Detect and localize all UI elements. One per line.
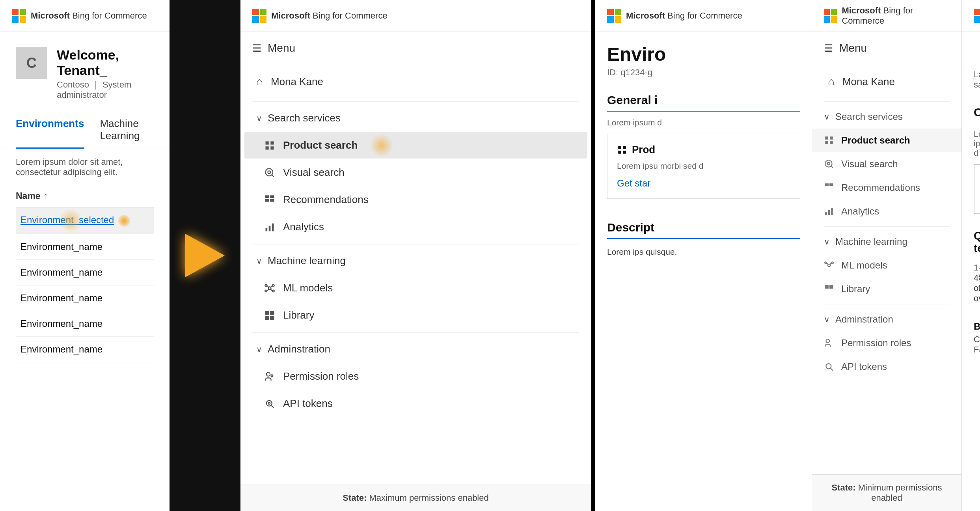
divider [252,244,579,244]
svg-rect-47 [831,208,833,215]
environments-table: Name ↑ Environment_selected Environment_… [0,185,170,362]
ms-logo-4: Microsoft Bing for Commerce [824,6,950,26]
analytics-icon-2 [824,206,834,216]
menu-header[interactable]: ☰ Menu [240,32,591,65]
visual-search-label: Visual search [283,166,345,179]
sidebar-item-visual-search[interactable]: Visual search [812,152,961,176]
ms-logo-green [20,9,26,15]
svg-rect-43 [825,183,829,186]
sidebar-permission: Permission roles [841,338,911,349]
ms-grid-icon-3 [607,9,621,23]
ml-section: ∨ Machine learning ML models Library [240,248,591,329]
menu-item-recommendations[interactable]: Recommendations [244,186,587,213]
tab-machine-learning[interactable]: Machine Learning [100,112,154,149]
hamburger-icon-2[interactable]: ☰ [824,42,833,54]
ms-logo-red [12,9,19,15]
hamburger-icon[interactable]: ☰ [252,42,261,54]
sidebar-ml-header[interactable]: ∨ Machine learning [812,230,961,254]
app-header-4: Microsoft Bing for Commerce [812,0,961,32]
status-bar-4: State: Minimum permissions enabled [812,474,961,511]
sidebar-item-analytics[interactable]: Analytics [812,200,961,223]
env-detail-header: Enviro ID: q1234-g [595,32,812,86]
table-row[interactable]: Environment_name [16,260,154,285]
tab-environments[interactable]: Environments [16,112,84,149]
menu-item-permission-roles[interactable]: Permission roles [244,363,587,390]
query-section: Query teste 1-48 of ov [962,222,980,317]
chevron-down-icon: ∨ [256,114,262,123]
svg-point-29 [266,400,272,406]
table-row[interactable]: Environment_selected [16,207,154,234]
svg-line-51 [827,263,828,265]
svg-line-52 [830,263,831,265]
svg-point-56 [826,364,831,369]
menu-item-ml-models[interactable]: ML models [244,275,587,301]
svg-rect-25 [265,316,269,320]
svg-point-4 [266,168,273,176]
get-started-link[interactable]: Get star [617,178,790,189]
brand-section: Brand Contoso Fabrikan [962,317,980,359]
menu-item-product-search[interactable]: Product search [244,132,587,159]
sidebar-item-library[interactable]: Library [812,277,961,301]
chevron-down-icon-2: ∨ [256,256,262,266]
arrow-icon [185,234,225,277]
app-header-5 [962,0,980,32]
sidebar-admin-header[interactable]: ∨ Adminstration [812,308,961,331]
ms-logo-1: Microsoft Bing for Commerce [12,9,147,23]
svg-rect-45 [825,212,827,215]
svg-rect-26 [270,316,274,320]
table-row[interactable]: Environment_name [16,285,154,311]
sidebar-menu-header[interactable]: ☰ Menu [812,32,961,65]
visual-search-icon [264,167,275,178]
svg-rect-35 [623,151,626,154]
menu-item-library[interactable]: Library [244,302,587,328]
right-sidebar-panel: Microsoft Bing for Commerce ☰ Menu ⌂ Mon… [812,0,962,511]
main-tabs: Environments Machine Learning [0,112,170,149]
general-info-section: General i Lorem ipsum d Prod Lorem ipsu … [595,86,812,213]
library-icon [264,310,275,321]
sidebar-item-ml-models[interactable]: ML models [812,254,961,277]
menu-item-visual-search[interactable]: Visual search [244,159,587,186]
sidebar-analytics: Analytics [841,206,879,217]
admin-header[interactable]: ∨ Adminstration [240,336,591,362]
sidebar-item-recommendations[interactable]: Recommendations [812,176,961,200]
admin-section: ∨ Adminstration Permission roles API tok… [240,336,591,418]
product-search-card: Prod Lorem ipsu morbi sed d Get star [607,134,800,199]
ml-models-label: ML models [283,282,333,294]
product-search-label: Product search [283,139,358,151]
sidebar-admin-label: Adminstration [835,314,893,325]
library-icon-2 [824,284,834,294]
app-title-2: Microsoft Bing for Commerce [271,11,388,21]
config-card[interactable]: Config_s Last modif [974,164,980,214]
sidebar-search-header[interactable]: ∨ Search services [812,105,961,129]
svg-point-5 [268,171,270,173]
app-header-2: Microsoft Bing for Commerce [240,0,591,32]
sidebar-item-api-tokens[interactable]: API tokens [812,355,961,379]
sidebar-item-permission-roles[interactable]: Permission roles [812,331,961,355]
ms-grid-icon-2 [252,9,266,23]
svg-rect-44 [829,183,833,186]
menu-item-analytics[interactable]: Analytics [244,214,587,240]
table-row[interactable]: Environment_name [16,337,154,362]
sidebar-item-product-search[interactable]: Product search [812,129,961,152]
customize-section: Customiz Lorem ipsum d Config_s Last mod… [962,98,980,222]
app-title-1: Microsoft Bing for Commerce [31,11,147,21]
svg-rect-39 [830,141,833,144]
ml-label: Machine learning [268,255,346,267]
black-divider [591,0,595,511]
card-desc: Lorem ipsu morbi sed d [617,160,790,172]
card-icon [617,145,627,155]
home-icon[interactable]: ⌂ [256,75,263,88]
ml-header[interactable]: ∨ Machine learning [240,248,591,274]
welcome-text: Welcome, Tenant_ Contoso | System admini… [57,47,154,100]
product-detail-panel: Produ Last saved: Customiz Lorem ipsum d… [962,0,980,511]
chevron-icon: ∨ [824,112,830,121]
cursor-indicator [118,215,130,227]
table-row[interactable]: Environment_name [16,234,154,260]
home-icon-2[interactable]: ⌂ [828,75,835,88]
svg-rect-2 [266,146,269,149]
api-tokens-label: API tokens [283,397,333,410]
menu-item-api-tokens[interactable]: API tokens [244,390,587,417]
table-row[interactable]: Environment_name [16,311,154,337]
product-search-icon-2 [824,135,834,145]
search-services-header[interactable]: ∨ Search services [240,105,591,131]
